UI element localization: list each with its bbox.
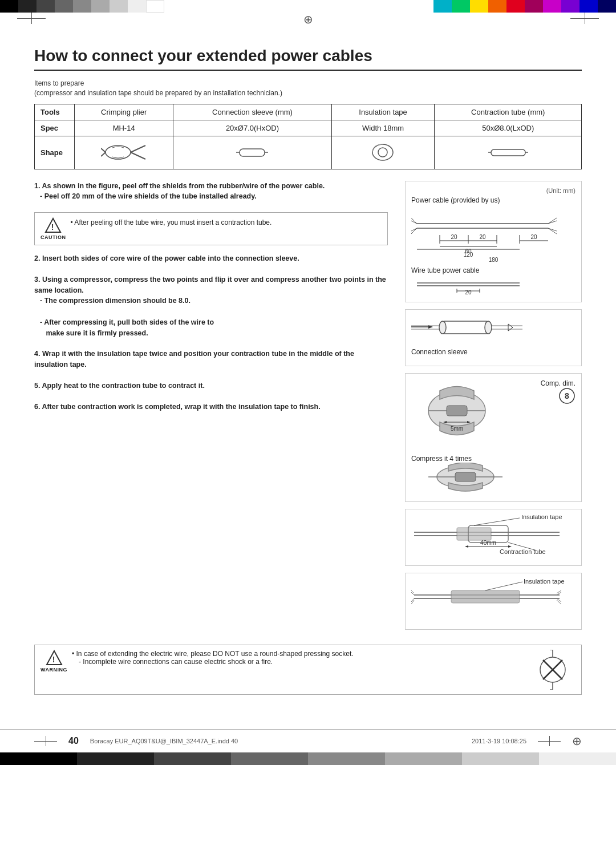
svg-text:20: 20 <box>451 234 457 240</box>
wire-tube-caption: Wire tube power cable <box>411 266 576 274</box>
color-swatch-yellow <box>470 0 488 13</box>
table-spec-label: Spec <box>35 120 75 136</box>
svg-line-21 <box>548 218 557 224</box>
color-swatch-white <box>146 0 164 13</box>
svg-marker-75 <box>508 545 512 548</box>
diagram-compress: 5mm Comp. dim. 8 Compress it 4 times <box>405 373 582 502</box>
instruction-2-text: 2. Insert both sides of core wire of the… <box>34 253 388 264</box>
svg-rect-71 <box>457 528 491 540</box>
diagram-final: Insulation tape <box>405 573 582 630</box>
color-swatch-red <box>506 0 525 13</box>
instruction-1-text: 1. As shown in the figure, peel off the … <box>34 181 388 203</box>
bottom-swatch-6 <box>385 752 462 765</box>
instruction-5: 5. Apply heat to the contraction tube to… <box>34 380 388 391</box>
comp-dim-caption: Comp. dim. <box>541 379 576 387</box>
items-prepare-line2: (compressor and insulation tape should b… <box>34 88 582 98</box>
color-swatch-green <box>452 0 470 13</box>
instructions-column: 1. As shown in the figure, peel off the … <box>34 181 394 637</box>
svg-line-18 <box>411 221 417 224</box>
svg-marker-74 <box>465 545 468 548</box>
warning-triangle-icon: ! <box>46 650 63 666</box>
svg-line-89 <box>557 598 561 602</box>
svg-text:5mm: 5mm <box>451 426 463 432</box>
svg-line-17 <box>411 218 417 224</box>
svg-line-1 <box>101 148 106 152</box>
color-swatch-blue <box>579 0 598 13</box>
compress-4-times-caption: Compress it 4 times <box>411 455 576 463</box>
svg-line-85 <box>411 598 414 602</box>
svg-rect-47 <box>443 321 488 334</box>
header-area: ⊕ <box>0 13 616 41</box>
svg-text:20: 20 <box>530 234 537 240</box>
instruction-3-text: 3. Using a compressor, compress the two … <box>34 274 388 339</box>
color-swatch-navy <box>598 0 616 13</box>
color-swatch-lighter <box>110 0 128 13</box>
svg-marker-54 <box>508 324 513 331</box>
svg-text:!: ! <box>52 655 55 664</box>
color-swatch-black2 <box>18 0 37 13</box>
svg-text:20: 20 <box>465 289 472 294</box>
warning-icon: ! WARNING <box>40 650 67 673</box>
instruction-1: 1. As shown in the figure, peel off the … <box>34 181 388 203</box>
color-swatch-dark <box>37 0 55 13</box>
bottom-swatch-1 <box>0 752 77 765</box>
caution-box: ! CAUTION • After peeling off the tube w… <box>34 212 388 245</box>
table-shape-crimping <box>75 136 173 169</box>
connection-sleeve-icon <box>235 140 269 165</box>
svg-rect-66 <box>455 472 476 481</box>
unit-label: (Unit: mm) <box>411 187 576 194</box>
page-number: 40 <box>68 736 79 746</box>
svg-line-86 <box>411 600 414 604</box>
table-spec-20x: 20xØ7.0(HxOD) <box>173 120 331 136</box>
caution-icon: ! CAUTION <box>40 217 66 240</box>
svg-rect-5 <box>240 149 265 156</box>
final-insulation-svg: Insulation tape <box>411 579 565 616</box>
footer-right-text: 2011-3-19 10:08:25 <box>472 738 526 744</box>
table-shape-connection <box>173 136 331 169</box>
table-shape-label: Shape <box>35 136 75 169</box>
svg-text:Insulation tape: Insulation tape <box>524 579 565 585</box>
table-spec-mh14: MH-14 <box>75 120 173 136</box>
power-cable-svg: 20 20 60 120 20 <box>411 207 560 258</box>
svg-line-23 <box>548 228 557 231</box>
svg-line-92 <box>485 582 522 590</box>
color-swatch-magenta-dark <box>525 0 543 13</box>
wire-tube-svg: 20 <box>411 274 525 294</box>
bottom-swatch-8 <box>539 752 616 765</box>
bottom-swatch-4 <box>231 752 308 765</box>
table-cell-connection: Connection sleeve (mm) <box>173 104 331 120</box>
color-swatch-purple <box>561 0 579 13</box>
insulation-tape-icon <box>367 140 399 165</box>
svg-line-22 <box>548 221 557 224</box>
svg-line-19 <box>411 228 417 231</box>
warning-text-2: - Incomplete wire connections can cause … <box>79 658 530 666</box>
table-header-row: Tools Crimping plier Connection sleeve (… <box>35 104 582 120</box>
instruction-6-text: 6. After tube contraction work is comple… <box>34 402 388 412</box>
svg-rect-10 <box>491 149 525 156</box>
svg-point-9 <box>378 148 387 157</box>
svg-line-3 <box>131 145 145 152</box>
registration-mark-bottom: ⊕ <box>572 734 582 748</box>
contraction-tube-icon <box>488 140 528 165</box>
svg-line-2 <box>101 152 106 156</box>
caution-text: • After peeling off the tube wire, you m… <box>71 217 272 228</box>
table-cell-tools: Tools <box>35 104 75 120</box>
svg-line-4 <box>131 152 145 159</box>
diagram-connection-sleeve: Connection sleeve <box>405 309 582 366</box>
insulation-diagram-svg: 40mm Insulation tape Contraction tube <box>411 515 565 555</box>
color-swatch-cyan <box>433 0 452 13</box>
bottom-swatch-7 <box>462 752 539 765</box>
warning-no-symbol <box>530 650 576 690</box>
instruction-4: 4. Wrap it with the insulation tape twic… <box>34 349 388 370</box>
svg-rect-56 <box>447 406 467 416</box>
table-spec-50x: 50xØ8.0(LxOD) <box>435 120 582 136</box>
caution-label: CAUTION <box>40 234 66 240</box>
table-spec-width: Width 18mm <box>331 120 435 136</box>
color-swatch-magenta <box>543 0 561 13</box>
color-swatch-black1 <box>0 0 18 13</box>
table-cell-crimping: Crimping plier <box>75 104 173 120</box>
bottom-swatch-2 <box>77 752 154 765</box>
connection-sleeve-caption: Connection sleeve <box>411 348 576 356</box>
crimping-plier-icon <box>101 140 147 165</box>
bottom-swatch-3 <box>154 752 231 765</box>
